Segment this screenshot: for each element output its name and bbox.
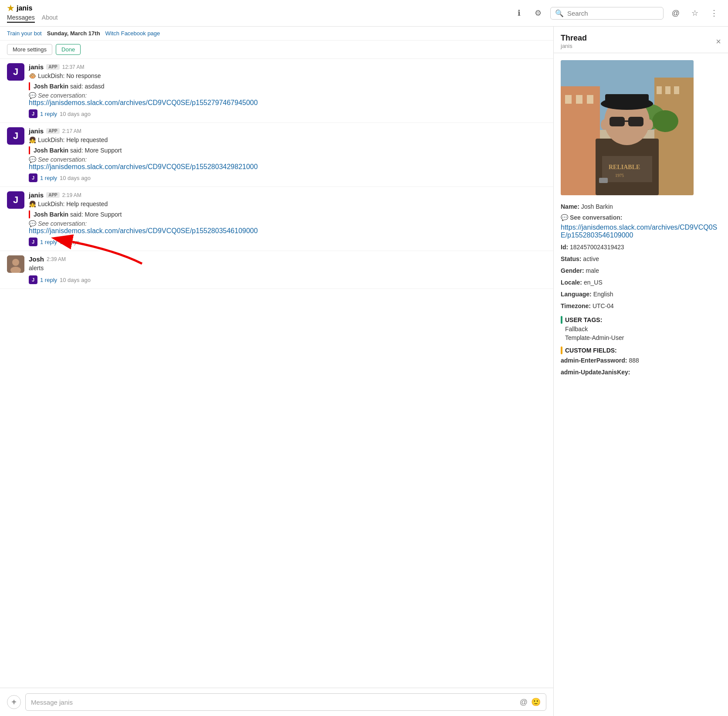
quoted-said-3: said: xyxy=(70,211,85,218)
message-placeholder: Message janis xyxy=(31,699,73,706)
message-content-2: janis APP 2:17 AM 👧 LuckDish: Help reque… xyxy=(29,127,546,182)
reply-text-1[interactable]: 1 reply xyxy=(40,111,57,117)
reply-row-4: J 1 reply 10 days ago xyxy=(29,275,546,284)
search-input[interactable] xyxy=(567,10,659,17)
avatar-container-3: J xyxy=(7,191,24,246)
thread-see-conv: 💬 See conversation: xyxy=(561,214,721,221)
message-content-3: janis APP 2:19 AM 👧 LuckDish: Help reque… xyxy=(29,191,546,246)
train-bot-link[interactable]: Train your bot xyxy=(7,30,42,37)
right-panel: Thread janis × xyxy=(554,27,728,716)
profile-photo-svg: RELIABLE 1975 xyxy=(561,60,694,195)
more-button[interactable]: ⋮ xyxy=(707,6,721,20)
more-settings-button[interactable]: More settings xyxy=(7,44,52,55)
quoted-body-1: asdasd xyxy=(85,83,105,90)
emoji-input-icon[interactable]: 🙂 xyxy=(531,697,541,707)
at-button[interactable]: @ xyxy=(669,6,683,20)
reply-text-3[interactable]: 1 reply xyxy=(40,239,57,245)
search-bar[interactable]: 🔍 xyxy=(550,7,664,20)
bot-avatar-3: J xyxy=(7,191,24,209)
thread-header: Thread janis × xyxy=(554,27,728,53)
message-input-field[interactable]: Message janis @ 🙂 xyxy=(25,693,546,711)
user-tags-title: USER TAGS: xyxy=(565,316,602,323)
see-conv-label-3: See conversation: xyxy=(38,220,87,227)
more-icon: ⋮ xyxy=(710,8,718,18)
message-time-2: 2:17 AM xyxy=(62,128,81,134)
see-conv-link-row-1: https://janisdemos.slack.com/archives/CD… xyxy=(29,99,546,107)
message-group-1: J janis APP 12:37 AM 🐵 LuckDish: No resp… xyxy=(0,59,553,123)
at-icon: @ xyxy=(672,9,680,18)
thread-see-conv-link-row: https://janisdemos.slack.com/archives/CD… xyxy=(561,224,721,239)
see-conv-link-2[interactable]: https://janisdemos.slack.com/archives/CD… xyxy=(29,163,258,170)
josh-avatar xyxy=(7,255,24,273)
svg-point-16 xyxy=(652,110,678,132)
luckdish-text-2: LuckDish: Help requested xyxy=(38,136,108,143)
message-content-1: janis APP 12:37 AM 🐵 LuckDish: No respon… xyxy=(29,63,546,118)
see-conv-link-1[interactable]: https://janisdemos.slack.com/archives/CD… xyxy=(29,99,258,106)
reply-text-4[interactable]: 1 reply xyxy=(40,277,57,283)
luckdish-text-3: LuckDish: Help requested xyxy=(38,200,108,207)
see-conv-2: 💬 See conversation: xyxy=(29,156,546,163)
quoted-body-3: More Support xyxy=(85,211,122,218)
reply-text-2[interactable]: 1 reply xyxy=(40,175,57,181)
message-time-1: 12:37 AM xyxy=(62,64,85,70)
star-button[interactable]: ☆ xyxy=(688,6,702,20)
gear-button[interactable]: ⚙ xyxy=(531,6,545,20)
witch-facebook-link[interactable]: Witch Facebook page xyxy=(105,30,160,37)
quoted-said-2: said: xyxy=(70,147,85,154)
star-outline-icon: ☆ xyxy=(691,8,698,18)
user-tags-bar xyxy=(561,316,562,324)
svg-rect-12 xyxy=(657,86,662,94)
tab-messages[interactable]: Messages xyxy=(7,14,35,23)
reply-row-3: J 1 reply 10 days xyxy=(29,238,546,246)
svg-rect-10 xyxy=(587,95,593,104)
luckdish-emoji-1: 🐵 xyxy=(29,72,36,79)
quoted-block-2: Josh Barkin said: More Support xyxy=(29,146,546,154)
reply-time-1: 10 days ago xyxy=(60,111,91,117)
thread-subtitle: janis xyxy=(561,43,587,49)
thread-close-button[interactable]: × xyxy=(716,37,721,47)
svg-rect-9 xyxy=(576,95,582,104)
profile-status-label: Status: xyxy=(561,255,581,262)
svg-rect-27 xyxy=(628,117,643,126)
speech-bubble-icon-2: 💬 xyxy=(29,156,36,163)
sender-name-4: Josh xyxy=(29,255,44,263)
thread-see-conv-link[interactable]: https://janisdemos.slack.com/archives/CD… xyxy=(561,224,717,239)
quoted-text-2: Josh Barkin said: More Support xyxy=(34,147,122,154)
see-conv-1: 💬 See conversation: xyxy=(29,92,546,99)
star-icon[interactable]: ★ xyxy=(7,3,14,13)
channel-title: ★ janis xyxy=(7,3,507,13)
message-body-4: alerts xyxy=(29,264,546,273)
see-conv-link-row-2: https://janisdemos.slack.com/archives/CD… xyxy=(29,163,546,171)
app-badge-1: APP xyxy=(46,64,60,70)
sender-name-2: janis xyxy=(29,127,44,135)
reply-avatar-1: J xyxy=(29,109,37,118)
custom-field-password: admin-EnterPassword: 888 xyxy=(561,356,721,365)
quoted-block-3: Josh Barkin said: More Support xyxy=(29,210,546,218)
profile-timezone-label: Timezone: xyxy=(561,302,591,309)
profile-timezone: Timezone: UTC-04 xyxy=(561,302,721,311)
avatar-container-4 xyxy=(7,255,24,284)
see-conv-link-3[interactable]: https://janisdemos.slack.com/archives/CD… xyxy=(29,227,258,234)
svg-text:RELIABLE: RELIABLE xyxy=(609,164,640,170)
header-left: ★ janis Messages About xyxy=(7,3,507,23)
avatar-container-2: J xyxy=(7,127,24,182)
done-button[interactable]: Done xyxy=(56,44,81,55)
reply-row-1: J 1 reply 10 days ago xyxy=(29,109,546,118)
info-button[interactable]: ℹ xyxy=(512,6,526,20)
user-tag-template-admin: Template-Admin-User xyxy=(561,334,721,341)
app-header: ★ janis Messages About ℹ ⚙ 🔍 @ ☆ ⋮ xyxy=(0,0,728,27)
message-input-container: + Message janis @ 🙂 xyxy=(0,688,553,716)
quoted-sender-1: Josh Barkin xyxy=(34,83,68,90)
profile-language-label: Language: xyxy=(561,291,592,298)
spacer xyxy=(0,289,553,688)
app-badge-2: APP xyxy=(46,128,60,134)
add-attachment-button[interactable]: + xyxy=(7,695,21,709)
tab-about[interactable]: About xyxy=(42,14,58,23)
banner-date: Sunday, March 17th xyxy=(47,30,100,37)
reply-row-2: J 1 reply 10 days ago xyxy=(29,173,546,182)
at-input-icon[interactable]: @ xyxy=(520,698,528,707)
speech-bubble-icon-1: 💬 xyxy=(29,92,36,99)
quoted-body-2: More Support xyxy=(85,147,122,154)
message-header-3: janis APP 2:19 AM xyxy=(29,191,546,199)
message-header-2: janis APP 2:17 AM xyxy=(29,127,546,135)
